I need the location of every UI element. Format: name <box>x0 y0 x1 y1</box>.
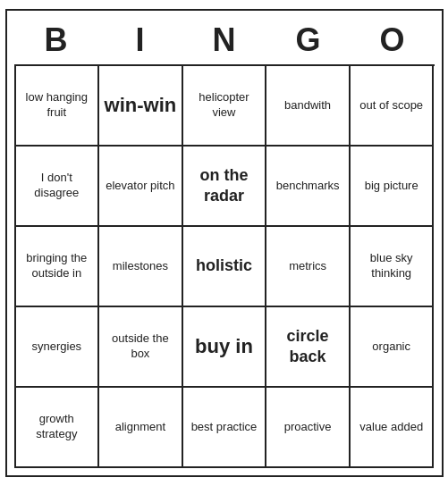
bingo-cell-24: value added <box>351 388 435 468</box>
bingo-cell-23: proactive <box>266 388 351 468</box>
bingo-cell-19: organic <box>351 307 435 388</box>
bingo-cell-20: growth strategy <box>16 388 100 468</box>
header-letter-i: I <box>98 18 182 63</box>
bingo-cell-10: bringing the outside in <box>16 227 100 307</box>
bingo-cell-7: on the radar <box>183 147 267 227</box>
bingo-cell-16: outside the box <box>99 307 183 388</box>
header-letter-g: G <box>266 18 351 63</box>
header-letter-o: O <box>351 18 435 63</box>
bingo-cell-21: alignment <box>99 388 183 468</box>
bingo-grid: low hanging fruitwin-winhelicopter viewb… <box>14 64 435 468</box>
bingo-cell-18: circle back <box>266 307 351 388</box>
bingo-cell-9: big picture <box>351 147 435 227</box>
bingo-cell-0: low hanging fruit <box>16 66 100 147</box>
bingo-cell-3: bandwith <box>266 66 351 147</box>
bingo-cell-5: I don't disagree <box>16 147 100 227</box>
bingo-cell-17: buy in <box>183 307 267 388</box>
bingo-card: BINGO low hanging fruitwin-winhelicopter… <box>5 9 444 477</box>
bingo-cell-6: elevator pitch <box>99 147 183 227</box>
bingo-cell-15: synergies <box>16 307 100 388</box>
bingo-cell-11: milestones <box>99 227 183 307</box>
bingo-cell-14: blue sky thinking <box>351 227 435 307</box>
bingo-cell-2: helicopter view <box>183 66 267 147</box>
bingo-cell-8: benchmarks <box>266 147 351 227</box>
header-letter-b: B <box>14 18 98 63</box>
bingo-cell-1: win-win <box>99 66 183 147</box>
bingo-cell-4: out of scope <box>351 66 435 147</box>
bingo-cell-22: best practice <box>183 388 267 468</box>
bingo-header: BINGO <box>14 18 435 63</box>
header-letter-n: N <box>182 18 266 63</box>
bingo-cell-12: holistic <box>183 227 267 307</box>
bingo-cell-13: metrics <box>266 227 351 307</box>
